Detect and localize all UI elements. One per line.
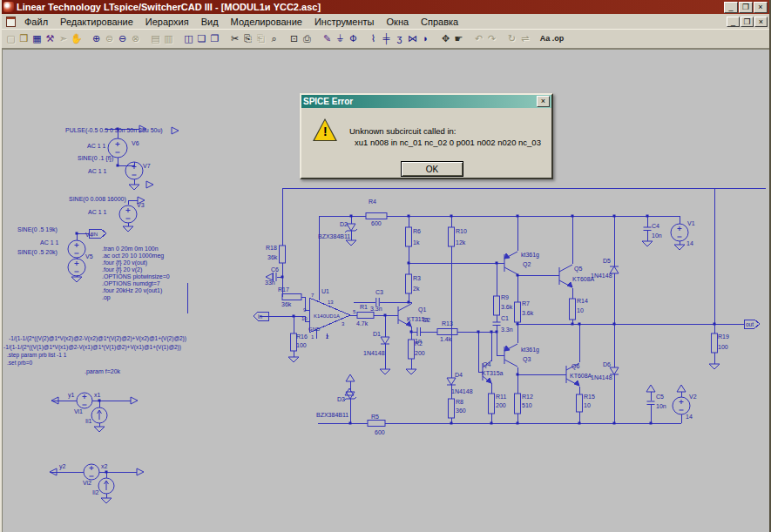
menu-item-simulate[interactable]: Моделирование [225,16,308,28]
menu-item-tools[interactable]: Инструменты [308,16,381,28]
resistor[interactable] [368,421,385,427]
zoom-in-icon[interactable]: ⊕ [90,30,103,47]
ground-icon[interactable]: ⏚ [334,30,347,47]
child-restore-button[interactable]: ❐ [741,17,754,27]
tile-windows-icon[interactable]: ◫ [182,30,195,47]
capacitor[interactable] [644,227,652,231]
diode[interactable] [610,367,619,374]
drag-icon[interactable]: ☛ [452,30,465,47]
find-icon[interactable]: ⌕ [267,30,281,47]
arrange-icons-icon[interactable]: ❐ [208,30,221,47]
schematic-label: KT608A [570,373,592,379]
resistor[interactable] [712,333,718,353]
control-panel-icon[interactable]: ⚒ [44,30,57,47]
menu-item-view[interactable]: Вид [195,16,225,28]
menu-item-help[interactable]: Справка [415,16,464,28]
schematic-label: D6 [603,361,611,367]
resistor[interactable] [437,329,457,335]
resistor[interactable] [366,213,387,219]
schematic-label: GND [308,327,321,332]
schematic-label: C1 [501,315,509,321]
junction-dot [490,331,493,333]
restore-button[interactable]: ❐ [739,2,753,13]
resistor[interactable] [406,274,412,293]
capacitor-icon[interactable]: ╪ [380,30,393,47]
child-minimize-button[interactable]: _ [727,17,740,27]
schematic-label: AC 1 1 [88,209,107,215]
draw-wire-icon[interactable]: ✎ [321,30,334,47]
component-icon[interactable]: ◗ [419,30,432,47]
schematic-label: 10 [301,316,308,321]
junction-dot [646,215,649,218]
port-arrow[interactable] [146,181,153,188]
rail-arrow [677,385,686,392]
label-net-icon[interactable]: Ф [347,30,360,47]
source-polarity [75,243,79,253]
schematic-label: R9 [501,294,509,300]
schematic-label: R17 [278,286,289,293]
junction-dot [349,422,352,425]
port-arrow[interactable] [131,397,138,404]
junction-dot [571,323,574,326]
inductor-icon[interactable]: ʒ [393,30,406,47]
resistor[interactable] [570,299,576,320]
resistor[interactable] [489,394,495,414]
resistor[interactable] [357,313,374,319]
junction-dot [496,331,498,333]
save-icon[interactable]: ▦ [30,30,44,47]
menu-item-hierarchy[interactable]: Иерархия [139,16,195,28]
schematic-canvas[interactable]: PULSE(-0.5 0.5 0 50n 50n 25u 50u)AC 1 1V… [2,49,769,532]
schematic-label: y2 [59,463,66,470]
emitter-arrow [567,282,572,287]
resistor[interactable] [449,399,455,418]
text-icon[interactable]: Aa [538,30,551,47]
port-arrow[interactable] [172,127,179,134]
child-close-button[interactable]: × [754,17,768,27]
diode-icon[interactable]: ⋈ [406,30,419,47]
resistor[interactable] [282,294,301,300]
resistor[interactable] [494,296,500,315]
resistor[interactable] [280,246,286,263]
copy-icon[interactable]: ⎘ [241,30,254,47]
zoom-out-icon[interactable]: ⊖ [116,30,129,47]
menu-item-file[interactable]: Файл [18,16,54,28]
resistor[interactable] [515,302,521,322]
port-arrow[interactable] [137,468,144,475]
resistor[interactable] [449,227,455,246]
ok-button[interactable]: OK [401,161,463,177]
minimize-button[interactable]: _ [724,2,738,13]
schematic-label: 360 [456,407,466,414]
resistor[interactable] [409,340,415,359]
junction-dot [450,422,453,425]
menu-item-edit[interactable]: Редактирование [54,16,139,28]
spice-directive-icon[interactable]: .op [551,30,565,47]
diode[interactable] [381,337,389,344]
capacitor[interactable] [647,401,655,405]
resistor-icon[interactable]: ⌇ [367,30,380,47]
run-icon: ➣ [57,30,70,47]
schematic-label: in [258,313,262,320]
menu-item-windows[interactable]: Окна [381,16,416,28]
dialog-close-button[interactable]: × [537,96,550,107]
dialog-title-bar[interactable]: SPICE Error × [301,95,551,108]
resistor[interactable] [577,394,583,412]
halt-icon[interactable]: ✋ [70,30,83,47]
print-icon[interactable]: ⎙ [301,30,314,47]
move-icon[interactable]: ✥ [439,30,452,47]
close-button[interactable]: × [754,2,768,13]
schematic-label: 4.7k [356,320,369,327]
diode[interactable] [447,378,456,385]
capacitor[interactable] [417,327,421,336]
schematic-label: 5 [353,309,356,314]
open-icon[interactable]: ❒ [17,30,30,47]
cascade-windows-icon[interactable]: ❏ [195,30,208,47]
resistor[interactable] [406,227,412,246]
schematic-label: R1 [360,304,368,310]
cut-icon[interactable]: ✂ [228,30,241,47]
print-preview-icon[interactable]: ⊡ [287,30,301,47]
schematic-label: V3 [137,202,145,208]
schematic-label: Q2 [523,261,531,268]
resistor[interactable] [515,394,521,414]
capacitor[interactable] [493,322,501,326]
title-bar[interactable]: Linear Technology LTspice/SwitcherCAD II… [2,0,769,14]
